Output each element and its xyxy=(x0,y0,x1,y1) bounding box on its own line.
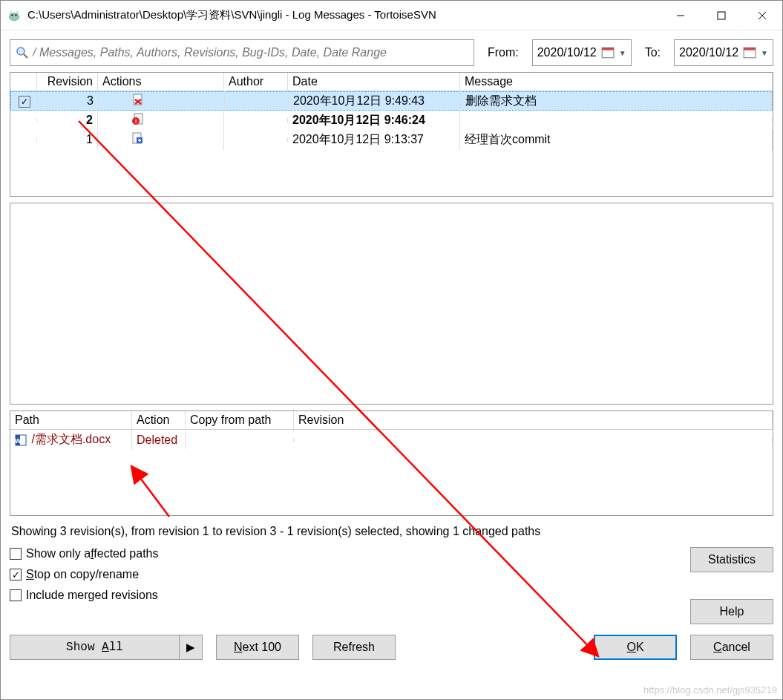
chevron-down-icon: ▼ xyxy=(619,49,626,57)
svg-text:W: W xyxy=(15,437,22,445)
next-100-button[interactable]: Next 100 xyxy=(216,635,299,660)
from-date-value: 2020/10/12 xyxy=(537,46,597,59)
to-date-picker[interactable]: 2020/10/12 ▼ xyxy=(674,39,773,66)
action-icon: ! xyxy=(131,112,144,128)
to-label: To: xyxy=(642,46,664,59)
message-cell xyxy=(460,118,773,122)
to-date-value: 2020/10/12 xyxy=(679,46,738,59)
from-date-picker[interactable]: 2020/10/12 ▼ xyxy=(532,39,632,66)
svg-point-2 xyxy=(15,13,17,16)
checkbox-box: ✓ xyxy=(10,569,22,580)
file-revision xyxy=(294,438,773,442)
minimize-button[interactable] xyxy=(660,1,701,30)
th-actions[interactable]: Actions xyxy=(98,73,224,91)
svg-point-0 xyxy=(9,13,19,20)
author-cell xyxy=(225,99,289,103)
revision-number: 2 xyxy=(37,111,98,129)
commit-message-box[interactable] xyxy=(10,203,773,405)
th-date[interactable]: Date xyxy=(288,73,460,91)
row-checkbox[interactable]: ✓ xyxy=(19,96,30,108)
svg-rect-4 xyxy=(718,12,725,19)
status-line: Showing 3 revision(s), from revision 1 t… xyxy=(10,522,773,541)
show-only-affected-checkbox[interactable]: Show only affected paths xyxy=(10,547,159,560)
message-cell: 删除需求文档 xyxy=(461,91,772,111)
calendar-icon xyxy=(743,46,756,59)
word-doc-icon: W xyxy=(15,434,27,446)
checkbox-box xyxy=(10,548,22,560)
message-cell: 经理首次commit xyxy=(460,130,773,150)
th-revision[interactable]: Revision xyxy=(37,73,98,91)
svg-rect-10 xyxy=(602,48,614,50)
revision-table: Revision Actions Author Date Message ✓32… xyxy=(10,72,773,197)
svg-line-8 xyxy=(24,54,27,58)
th-path[interactable]: Path xyxy=(10,411,132,429)
action-icon xyxy=(131,131,144,148)
action-icon xyxy=(131,93,145,109)
author-cell xyxy=(224,118,288,122)
svg-point-1 xyxy=(11,13,13,16)
titlebar: C:\Users\Administrator\Desktop\学习资料\SVN\… xyxy=(1,1,782,30)
table-row[interactable]: 12020年10月12日 9:13:37经理首次commit xyxy=(10,130,773,149)
revision-table-header[interactable]: Revision Actions Author Date Message xyxy=(10,73,773,91)
watermark: https://blog.csdn.net/gjs935219 xyxy=(643,684,777,696)
file-action: Deleted xyxy=(132,431,186,449)
th-file-revision[interactable]: Revision xyxy=(294,411,773,429)
table-row[interactable]: 2!2020年10月12日 9:46:24 xyxy=(10,111,773,130)
calendar-icon xyxy=(601,46,615,59)
window-buttons xyxy=(660,1,782,30)
date-cell: 2020年10月12日 9:13:37 xyxy=(288,130,460,150)
window: C:\Users\Administrator\Desktop\学习资料\SVN\… xyxy=(0,0,783,700)
changed-files-table: Path Action Copy from path Revision W /需… xyxy=(10,410,773,516)
file-copy-from xyxy=(186,438,294,442)
svg-point-7 xyxy=(17,48,24,55)
cancel-button[interactable]: Cancel xyxy=(690,635,773,660)
th-author[interactable]: Author xyxy=(224,73,288,91)
svg-text:!: ! xyxy=(135,118,137,125)
from-label: From: xyxy=(485,46,522,59)
svg-rect-14 xyxy=(744,48,756,50)
checkbox-box xyxy=(10,589,22,601)
search-input[interactable] xyxy=(33,46,469,59)
chevron-down-icon: ▼ xyxy=(761,49,768,57)
th-message[interactable]: Message xyxy=(460,73,773,91)
date-cell: 2020年10月12日 9:46:24 xyxy=(288,111,460,131)
statistics-button[interactable]: Statistics xyxy=(690,547,773,572)
show-all-dropdown[interactable]: ▶ xyxy=(179,635,203,660)
search-box[interactable] xyxy=(10,39,474,66)
refresh-button[interactable]: Refresh xyxy=(312,635,396,660)
stop-on-copy-checkbox[interactable]: ✓ Stop on copy/rename xyxy=(10,568,159,581)
date-cell: 2020年10月12日 9:49:43 xyxy=(289,91,461,111)
app-icon xyxy=(7,8,22,23)
ok-button[interactable]: OK xyxy=(594,635,677,660)
file-row[interactable]: W /需求文档.docxDeleted xyxy=(10,430,773,450)
show-all-button[interactable]: Show All xyxy=(10,635,179,660)
th-copy-from[interactable]: Copy from path xyxy=(186,411,294,429)
table-row[interactable]: ✓32020年10月12日 9:49:43删除需求文档 xyxy=(10,91,773,111)
file-path: W /需求文档.docx xyxy=(10,430,132,450)
revision-number: 1 xyxy=(37,131,98,148)
window-title: C:\Users\Administrator\Desktop\学习资料\SVN\… xyxy=(27,8,660,22)
th-file-action[interactable]: Action xyxy=(132,411,186,429)
files-table-header[interactable]: Path Action Copy from path Revision xyxy=(10,411,773,430)
author-cell xyxy=(224,137,288,142)
include-merged-checkbox[interactable]: Include merged revisions xyxy=(10,589,159,602)
close-button[interactable] xyxy=(741,1,782,30)
maximize-button[interactable] xyxy=(701,1,741,30)
search-icon xyxy=(15,45,30,60)
revision-number: 3 xyxy=(38,92,99,110)
help-button[interactable]: Help xyxy=(690,599,773,624)
